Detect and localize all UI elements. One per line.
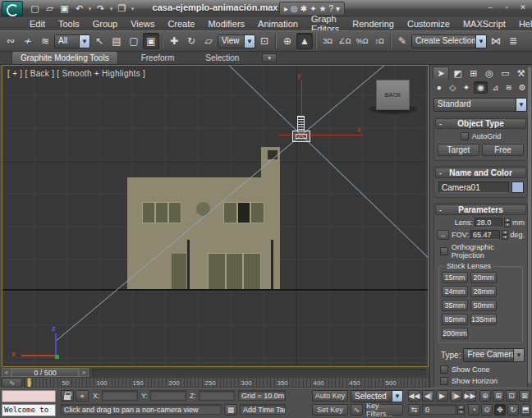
zoom-all-button[interactable]: ⊞ xyxy=(493,390,504,402)
menu-animation[interactable]: Animation xyxy=(251,19,305,29)
spinner-down-icon[interactable]: ▼ xyxy=(457,410,465,415)
select-object-button[interactable]: ↖ xyxy=(91,33,108,49)
tab-create[interactable]: ➤ xyxy=(433,67,449,80)
viewport-back[interactable]: y x BACK z x [ + ] [ Back ] [ Smooth + H… xyxy=(2,65,429,367)
lens-field[interactable]: 28.0 xyxy=(475,218,503,227)
mirror-button[interactable]: ⋈ xyxy=(488,33,504,49)
go-to-start-button[interactable]: ◀◀ xyxy=(408,390,420,402)
category-helpers-button[interactable]: ⊿ xyxy=(488,81,502,94)
track-bar-ruler[interactable]: 0 50 100 150 200 250 300 350 400 450 500 xyxy=(24,377,429,388)
percent-snap-toggle-button[interactable]: %Ω xyxy=(354,33,370,49)
pan-view-button[interactable]: ✥ xyxy=(494,404,506,416)
field-of-view-button[interactable]: ⊙ xyxy=(481,404,493,416)
current-frame-field[interactable]: 0 xyxy=(422,404,456,415)
snaps-toggle-button[interactable]: 3Ω xyxy=(319,33,336,49)
selection-lock-toggle[interactable] xyxy=(61,390,74,402)
maximize-button[interactable]: ▫ xyxy=(501,2,512,13)
open-mini-curve-editor-button[interactable]: ∿ xyxy=(2,378,22,388)
key-filters-button[interactable]: Key Filters... xyxy=(365,404,403,416)
menu-group[interactable]: Group xyxy=(86,19,125,29)
help-icon[interactable]: ? xyxy=(329,4,334,13)
menu-modifiers[interactable]: Modifiers xyxy=(201,19,251,29)
reference-coordinate-system-dropdown[interactable]: View ▼ xyxy=(218,34,255,48)
set-key-button[interactable]: Set Key xyxy=(312,404,348,416)
redo-dropdown-arrow[interactable]: ▾ xyxy=(108,6,114,12)
camera-category-dropdown[interactable]: Standard ▼ xyxy=(433,98,527,112)
communication-center-icon[interactable]: ✦ xyxy=(310,4,316,13)
tab-display[interactable]: ▭ xyxy=(498,67,512,80)
open-file-button[interactable]: ▱ xyxy=(43,2,57,16)
target-camera-button[interactable]: Target xyxy=(438,144,479,156)
selection-filter-dropdown[interactable]: All ▼ xyxy=(54,34,90,48)
horizontal-fov-direction-button[interactable]: ↔ xyxy=(437,230,449,240)
lens-35mm-button[interactable]: 35mm xyxy=(442,300,468,311)
free-camera-button[interactable]: Free xyxy=(482,144,524,156)
minimize-button[interactable]: – xyxy=(484,2,496,13)
add-time-tag-field[interactable]: Add Time Tag xyxy=(240,404,286,415)
select-and-manipulate-button[interactable]: ⊕ xyxy=(279,33,296,49)
project-folder-button[interactable]: ❐ xyxy=(115,2,129,16)
camera-type-dropdown[interactable]: Free Camera ▼ xyxy=(463,348,525,362)
maxscript-macro-recorder-pane[interactable] xyxy=(2,390,56,402)
default-tangent-button[interactable]: ∿ xyxy=(351,404,363,416)
go-to-end-button[interactable]: ▶▶ xyxy=(464,390,476,402)
lens-spinner[interactable]: ▲▼ xyxy=(504,218,511,227)
undo-button[interactable]: ↶ xyxy=(72,2,86,16)
autogrid-checkbox[interactable] xyxy=(461,132,469,140)
x-coordinate-field[interactable] xyxy=(102,390,138,401)
lens-85mm-button[interactable]: 85mm xyxy=(442,314,468,325)
bind-to-space-warp-button[interactable]: ≋ xyxy=(37,33,53,49)
frame-spinner[interactable]: ▲▼ xyxy=(457,405,465,415)
new-scene-button[interactable]: ▢ xyxy=(28,2,42,16)
previous-frame-button[interactable]: ◀| xyxy=(422,390,434,402)
align-button[interactable]: ≣ xyxy=(505,33,521,49)
parameters-rollout-header[interactable]: - Parameters xyxy=(435,204,526,215)
z-coordinate-field[interactable] xyxy=(199,390,235,401)
help-dropdown-arrow[interactable]: ▾ xyxy=(336,4,340,13)
time-configuration-button[interactable]: ◔ xyxy=(468,404,479,416)
maximize-viewport-toggle[interactable]: ⬒ xyxy=(521,404,530,416)
tab-modify[interactable]: ◩ xyxy=(450,67,465,80)
menu-rendering[interactable]: Rendering xyxy=(346,19,401,29)
lens-15mm-button[interactable]: 15mm xyxy=(442,272,468,283)
application-menu-button[interactable] xyxy=(2,1,23,16)
show-horizon-checkbox[interactable] xyxy=(440,377,448,385)
redo-button[interactable]: ↷ xyxy=(94,2,108,16)
orthographic-projection-checkbox[interactable] xyxy=(440,247,448,255)
tab-hierarchy[interactable]: ⊞ xyxy=(466,67,481,80)
menu-tools[interactable]: Tools xyxy=(52,19,86,29)
key-filter-set-dropdown[interactable]: Selected ▼ xyxy=(351,390,403,402)
zoom-button[interactable]: ⊕ xyxy=(479,390,491,402)
tab-utilities[interactable]: ⚒ xyxy=(514,67,529,80)
next-frame-button[interactable]: |▶ xyxy=(450,390,462,402)
lens-135mm-button[interactable]: 135mm xyxy=(470,314,497,325)
key-mode-toggle[interactable]: ⇆ xyxy=(408,404,420,416)
category-systems-button[interactable]: ⚙ xyxy=(516,81,529,94)
command-panel-scrollbar[interactable] xyxy=(528,67,531,384)
open-listener-window-button[interactable]: ▦ xyxy=(224,404,237,416)
viewport-label[interactable]: [ + ] [ Back ] [ Smooth + Highlights ] xyxy=(7,69,145,78)
ribbon-tab-selection[interactable]: Selection xyxy=(197,52,247,64)
next-frame-nub[interactable]: > xyxy=(79,368,89,377)
spinner-snap-toggle-button[interactable]: ↕Ω xyxy=(371,33,388,49)
time-slider-handle[interactable]: 0 / 500 xyxy=(11,368,79,377)
lens-200mm-button[interactable]: 200mm xyxy=(442,328,468,339)
fov-spinner[interactable]: ▲▼ xyxy=(502,230,508,240)
absolute-offset-mode-button[interactable]: ⌖ xyxy=(76,390,89,402)
viewcube[interactable]: BACK xyxy=(376,80,410,110)
spinner-down-icon[interactable]: ▼ xyxy=(502,235,508,240)
ribbon-tab-freeform[interactable]: Freeform xyxy=(133,52,183,64)
edit-named-selection-sets-button[interactable]: ✎ xyxy=(394,33,410,49)
camera-object[interactable] xyxy=(292,131,310,142)
auto-key-button[interactable]: Auto Key xyxy=(312,390,348,402)
subscription-center-icon[interactable]: ✱ xyxy=(300,4,307,13)
ribbon-tab-graphite-modeling-tools[interactable]: Graphite Modeling Tools xyxy=(11,51,118,64)
menu-edit[interactable]: Edit xyxy=(23,19,52,29)
zoom-extents-all-button[interactable]: ⊠ xyxy=(519,390,530,402)
time-slider-track[interactable] xyxy=(92,369,426,376)
lens-50mm-button[interactable]: 50mm xyxy=(470,300,497,311)
angle-snap-toggle-button[interactable]: ∠Ω xyxy=(337,33,353,49)
menu-create[interactable]: Create xyxy=(161,19,201,29)
lens-24mm-button[interactable]: 24mm xyxy=(442,286,468,297)
qat-customize-arrow[interactable]: ▾ xyxy=(130,6,135,12)
